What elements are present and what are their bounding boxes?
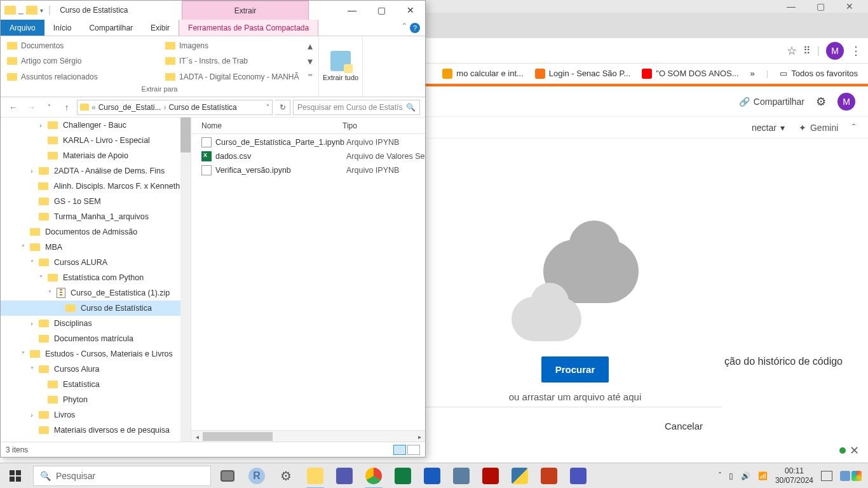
column-header-name[interactable]: Nome <box>191 121 337 130</box>
all-favorites-button[interactable]: ▭Todos os favoritos <box>780 69 858 78</box>
tree-item[interactable]: GS - 1o SEM <box>1 194 191 209</box>
file-row[interactable]: Curso_de_Estatística_Parte_1.ipynbArquiv… <box>191 135 425 149</box>
dest-item[interactable]: Documentos <box>4 39 156 53</box>
tray-app-icon[interactable] <box>840 471 850 481</box>
scroll-up-icon[interactable]: ▴ <box>306 40 315 52</box>
tree-item[interactable]: Documentos de Admissão <box>1 224 191 240</box>
tray-app-icon[interactable] <box>851 471 862 481</box>
forward-button[interactable]: → <box>24 100 39 115</box>
column-header-type[interactable]: Tipo <box>337 121 425 130</box>
bookmark-item[interactable]: mo calcular e int... <box>442 69 524 79</box>
tree-item[interactable]: ›Challenger - Bauc <box>1 118 191 133</box>
tree-item[interactable]: Curso de Estatística <box>1 301 191 316</box>
wifi-icon[interactable]: 📶 <box>758 471 768 480</box>
taskbar-app-explorer[interactable] <box>301 463 329 489</box>
notifications-icon[interactable] <box>821 471 832 481</box>
chrome-close-button[interactable]: ✕ <box>835 0 864 13</box>
taskbar-app-powerpoint[interactable] <box>535 463 563 489</box>
chevron-down-icon[interactable]: ˅ <box>27 259 36 266</box>
chrome-menu-icon[interactable]: ⋮ <box>850 44 862 58</box>
chevron-right-icon[interactable]: › <box>36 122 45 129</box>
recent-locations-icon[interactable]: ˅ <box>41 100 57 115</box>
chevron-down-icon[interactable]: ˅ <box>45 290 54 297</box>
tree-item[interactable]: ˅Cursos ALURA <box>1 255 191 270</box>
taskbar-app-excel[interactable] <box>389 463 417 489</box>
tree-item[interactable]: ˅Estatística com Python <box>1 270 191 285</box>
tree-item[interactable]: ˅Estudos - Cursos, Materiais e Livros <box>1 346 191 362</box>
start-button[interactable] <box>0 463 31 489</box>
chevron-right-icon[interactable]: › <box>27 412 36 419</box>
chevron-down-icon[interactable]: ˅ <box>18 244 27 251</box>
connect-dropdown[interactable]: nectar▾ <box>752 123 785 133</box>
dismiss-icon[interactable]: ✕ <box>850 444 859 458</box>
chevron-right-icon[interactable]: › <box>27 320 36 327</box>
more-menu-icon[interactable]: ⁼ <box>306 71 315 83</box>
taskbar-app-r[interactable]: R <box>243 463 271 489</box>
tab-compartilhar[interactable]: Compartilhar <box>80 20 142 36</box>
tree-item[interactable]: ˅Cursos Alura <box>1 362 191 377</box>
taskbar-app-calculator[interactable] <box>447 463 475 489</box>
cancel-button[interactable]: Cancelar <box>665 421 703 431</box>
taskbar-app-chrome[interactable] <box>360 463 388 489</box>
dest-item[interactable]: IT´s - Instrs. de Trab <box>163 55 306 67</box>
taskbar-app-acrobat[interactable] <box>477 463 505 489</box>
bookmarks-overflow-icon[interactable]: » <box>750 69 755 78</box>
battery-icon[interactable]: ▯ <box>729 471 733 480</box>
dest-item[interactable]: 1ADTA - Digital Economy - MANHÃ <box>163 71 306 83</box>
tree-item[interactable]: Turma_Manha_1_arquivos <box>1 209 191 224</box>
file-row[interactable]: Verifica_versão.ipynbArquivo IPYNB <box>191 163 425 177</box>
taskbar-app-word[interactable] <box>418 463 446 489</box>
explorer-titlebar[interactable]: ▁ ▾ | Curso de Estatística Extrair — ▢ ✕ <box>1 1 425 20</box>
extract-all-button[interactable]: Extrair tudo <box>318 36 363 97</box>
dest-item[interactable]: Artigo com Sérgio <box>4 54 156 68</box>
tree-item[interactable]: Materiais de Apoio <box>1 148 191 163</box>
details-view-button[interactable] <box>393 445 406 455</box>
taskbar-app-teams[interactable] <box>330 463 358 489</box>
tree-item[interactable]: Documentos matrícula <box>1 331 191 346</box>
taskbar-app-python[interactable] <box>506 463 534 489</box>
share-button[interactable]: 🔗Compartilhar <box>739 97 804 107</box>
up-button[interactable]: ↑ <box>59 100 74 115</box>
tree-item[interactable]: KARLA - Livro - Especial <box>1 133 191 148</box>
tree-item[interactable]: Materiais diversos e de pesquisa <box>1 423 191 438</box>
browse-button[interactable]: Procurar <box>541 356 609 383</box>
scrollbar-thumb[interactable] <box>203 432 273 441</box>
settings-gear-icon[interactable]: ⚙ <box>816 95 826 109</box>
help-icon[interactable]: ? <box>410 23 420 33</box>
chrome-maximize-button[interactable]: ▢ <box>806 0 835 13</box>
scrollbar-track[interactable] <box>180 118 191 442</box>
navigation-tree[interactable]: ›Challenger - BaucKARLA - Livro - Especi… <box>1 118 191 442</box>
back-button[interactable]: ← <box>6 100 21 115</box>
tab-ferramentas[interactable]: Ferramentas de Pasta Compactada <box>179 20 318 36</box>
gemini-button[interactable]: ✦Gemini <box>799 123 838 133</box>
bookmark-item[interactable]: Login - Senac São P... <box>535 69 630 79</box>
search-input[interactable]: Pesquisar em Curso de Estatís... 🔍 <box>293 100 420 115</box>
breadcrumb-segment[interactable]: Curso_de_Estati... <box>98 103 161 112</box>
tree-item[interactable]: Phyton <box>1 392 191 407</box>
chrome-minimize-button[interactable]: — <box>776 0 806 13</box>
minimize-button[interactable]: — <box>337 1 367 20</box>
chevron-right-icon[interactable]: › <box>27 168 36 175</box>
scroll-left-icon[interactable]: ◂ <box>191 431 203 442</box>
scroll-right-icon[interactable]: ▸ <box>414 431 425 442</box>
maximize-button[interactable]: ▢ <box>367 1 396 20</box>
tree-item[interactable]: Estatística <box>1 377 191 392</box>
breadcrumb-segment[interactable]: Curso de Estatística <box>168 103 236 112</box>
tray-overflow-icon[interactable]: ˆ <box>719 471 721 480</box>
tab-exibir[interactable]: Exibir <box>142 20 179 36</box>
dest-item[interactable]: Imagens <box>163 40 306 51</box>
volume-icon[interactable]: 🔊 <box>741 471 750 480</box>
taskbar-app-settings[interactable]: ⚙ <box>272 463 300 489</box>
chevron-down-icon[interactable]: ˅ <box>27 366 36 373</box>
bookmark-item[interactable]: "O SOM DOS ANOS... <box>642 69 738 79</box>
file-row[interactable]: dados.csvArquivo de Valores Se <box>191 149 425 163</box>
tree-item[interactable]: Alinh. Discipls. Marcos F. x Kenneth x <box>1 179 191 194</box>
taskbar-app-teams2[interactable] <box>564 463 592 489</box>
chevron-down-icon[interactable]: ˅ <box>18 351 27 358</box>
chevron-down-icon[interactable]: ˅ <box>36 274 45 281</box>
scroll-down-icon[interactable]: ▾ <box>306 55 315 67</box>
task-view-button[interactable] <box>214 463 241 489</box>
profile-avatar[interactable]: M <box>826 42 844 60</box>
tree-item[interactable]: ›Disciplinas <box>1 316 191 331</box>
clock[interactable]: 00:11 30/07/2024 <box>775 466 813 485</box>
